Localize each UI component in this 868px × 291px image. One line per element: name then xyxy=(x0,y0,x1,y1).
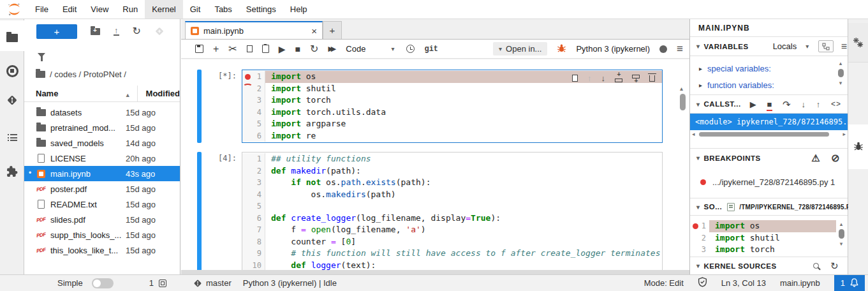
cell-editor[interactable]: 1import os2import shutil3import torch4im… xyxy=(242,70,663,143)
file-row[interactable]: LICENSE20h ago xyxy=(24,151,180,166)
column-modified[interactable]: Modified xyxy=(146,89,180,98)
notebook-scrollbar[interactable]: ▴ ▾ xyxy=(678,85,688,270)
code-cell-1[interactable]: [*]: 1import os2import shutil3import tor… xyxy=(197,70,663,143)
file-row[interactable]: saved_models14d ago xyxy=(24,135,180,151)
scroll-up-icon[interactable]: ▴ xyxy=(837,221,845,227)
scroll-down-icon[interactable]: ▾ xyxy=(837,241,845,247)
breakpoint-row[interactable]: .../ipykernel_728/872146895.py 1 xyxy=(690,174,848,190)
menu-item-kernel[interactable]: Kernel xyxy=(145,0,183,19)
mode-indicator[interactable]: Mode: Edit xyxy=(644,278,684,288)
breakpoint-gutter[interactable] xyxy=(242,94,253,107)
terminate-icon[interactable]: ■ xyxy=(767,100,772,108)
variables-section-header[interactable]: ▾ VARIABLES Locals ▾ ≡ xyxy=(690,37,848,56)
collapse-icon[interactable]: ▾ xyxy=(696,204,700,211)
variable-row[interactable]: ▸special variables: xyxy=(690,60,848,77)
kernel-sessions[interactable]: 1 xyxy=(149,278,166,288)
cell-editor[interactable]: 1## utility functions2def makedir(path):… xyxy=(242,152,663,270)
delete-cell-icon[interactable] xyxy=(649,75,655,82)
file-row[interactable]: datasets15d ago xyxy=(24,105,180,120)
source-scrollbar[interactable]: ▴ ▾ xyxy=(837,221,845,247)
paste-cells-button[interactable] xyxy=(262,45,269,53)
breakpoints-section-header[interactable]: ▾ BREAKPOINTS ⚠ ⊘ xyxy=(690,148,848,167)
toolbar-menu-icon[interactable]: ≡ xyxy=(677,43,683,54)
evaluate-code-icon[interactable]: <> xyxy=(831,100,841,108)
open-in-dropdown[interactable]: ▾ Open in... xyxy=(493,42,547,56)
running-sessions-tab[interactable] xyxy=(0,61,24,80)
tab-main-ipynb[interactable]: main.ipynb × xyxy=(185,21,323,39)
breakpoint-gutter[interactable] xyxy=(690,244,700,253)
scroll-left-icon[interactable]: ◂ xyxy=(692,131,695,137)
move-cell-up-icon[interactable]: ↑ xyxy=(587,74,592,82)
property-inspector-tab[interactable] xyxy=(848,23,868,63)
tree-view-button[interactable] xyxy=(818,40,834,52)
menu-item-help[interactable]: Help xyxy=(283,0,314,19)
scrollbar-thumb[interactable] xyxy=(839,229,844,239)
collapse-icon[interactable]: ▾ xyxy=(696,101,700,108)
file-row[interactable]: •main.ipynb43s ago xyxy=(24,166,180,181)
run-cell-button[interactable]: ▶ xyxy=(279,45,286,54)
search-icon[interactable] xyxy=(813,263,819,269)
step-in-icon[interactable]: ↓ xyxy=(801,100,805,108)
cut-cells-button[interactable]: ✂ xyxy=(228,44,237,54)
pause-on-exception-icon[interactable]: ⚠ xyxy=(811,153,820,163)
file-row[interactable]: PDFposter.pdf15d ago xyxy=(24,181,180,197)
menu-item-settings[interactable]: Settings xyxy=(239,0,283,19)
continue-icon[interactable]: ▶ xyxy=(750,100,757,108)
expand-icon[interactable]: ▸ xyxy=(699,65,702,72)
scroll-up-icon[interactable]: ▴ xyxy=(680,85,683,92)
scrollbar-thumb[interactable] xyxy=(699,132,829,137)
interrupt-kernel-button[interactable]: ■ xyxy=(295,45,300,54)
code-cell-2[interactable]: [4]: 1## utility functions2def makedir(p… xyxy=(197,152,663,270)
close-tab-icon[interactable]: × xyxy=(311,26,317,36)
scroll-down-icon[interactable]: ▾ xyxy=(837,80,844,86)
move-cell-down-icon[interactable]: ↓ xyxy=(601,74,606,82)
breadcrumb[interactable]: / codes / ProtoPNet / xyxy=(24,66,180,82)
refresh-button[interactable]: ↻ xyxy=(133,26,141,36)
upload-button[interactable]: ↑ xyxy=(114,27,119,36)
menu-item-file[interactable]: File xyxy=(28,0,55,19)
expand-icon[interactable]: ▸ xyxy=(699,82,702,89)
cell-collapser[interactable] xyxy=(197,152,202,270)
menu-item-run[interactable]: Run xyxy=(115,0,145,19)
menu-item-edit[interactable]: Edit xyxy=(55,0,84,19)
file-row[interactable]: README.txt15d ago xyxy=(24,197,180,212)
sort-ascending-icon[interactable]: ▲ xyxy=(125,92,131,98)
column-name[interactable]: Name xyxy=(36,89,125,98)
callstack-scrollbar[interactable]: ◂ ▸ xyxy=(690,130,848,138)
breakpoint-gutter[interactable] xyxy=(690,220,700,232)
debugger-bug-icon[interactable] xyxy=(557,43,566,55)
copy-cells-button[interactable] xyxy=(247,45,253,52)
breakpoint-gutter[interactable] xyxy=(242,118,253,130)
filter-icon[interactable] xyxy=(38,53,45,57)
git-branch[interactable]: master xyxy=(193,278,232,288)
insert-cell-above-icon[interactable] xyxy=(615,78,622,82)
cell-type-dropdown[interactable]: Code ▾ xyxy=(343,43,397,54)
kernel-name[interactable]: Python 3 (ipykernel) xyxy=(576,44,650,54)
restart-kernel-button[interactable]: ↻ xyxy=(310,44,318,54)
breakpoint-gutter[interactable] xyxy=(242,71,253,83)
menu-item-tabs[interactable]: Tabs xyxy=(207,0,239,19)
kernel-status-text[interactable]: Python 3 (ipykernel) | Idle xyxy=(243,278,337,288)
variable-row[interactable]: ▸function variables: xyxy=(690,77,848,93)
insert-cell-button[interactable]: + xyxy=(213,44,219,54)
menu-item-view[interactable]: View xyxy=(84,0,115,19)
save-button[interactable] xyxy=(195,45,203,53)
new-launcher-button[interactable]: + xyxy=(36,24,77,39)
scope-dropdown[interactable]: Locals xyxy=(773,41,797,51)
kernel-sources-section-header[interactable]: ▾ KERNEL SOURCES ↻ xyxy=(690,257,848,274)
new-folder-button[interactable] xyxy=(91,28,100,35)
file-row[interactable]: PDFslides.pdf15d ago xyxy=(24,212,180,227)
duplicate-cell-icon[interactable] xyxy=(572,75,578,82)
file-row[interactable]: PDFthis_looks_like_t...15d ago xyxy=(24,243,180,258)
simple-mode-toggle[interactable] xyxy=(92,278,114,288)
collapse-icon[interactable]: ▾ xyxy=(696,154,700,161)
scrollbar-thumb[interactable] xyxy=(680,94,686,110)
git-tab[interactable] xyxy=(0,91,24,110)
insert-cell-below-icon[interactable] xyxy=(632,75,640,78)
step-over-icon[interactable]: ↷ xyxy=(783,100,791,109)
active-file-name[interactable]: main.ipynb xyxy=(780,278,820,288)
callstack-frame[interactable]: <module> ipykernel_728/872146895.p xyxy=(690,114,848,130)
breakpoint-gutter[interactable] xyxy=(242,107,253,119)
scrollbar-thumb[interactable] xyxy=(838,69,844,77)
cursor-position[interactable]: Ln 3, Col 13 xyxy=(721,278,766,288)
